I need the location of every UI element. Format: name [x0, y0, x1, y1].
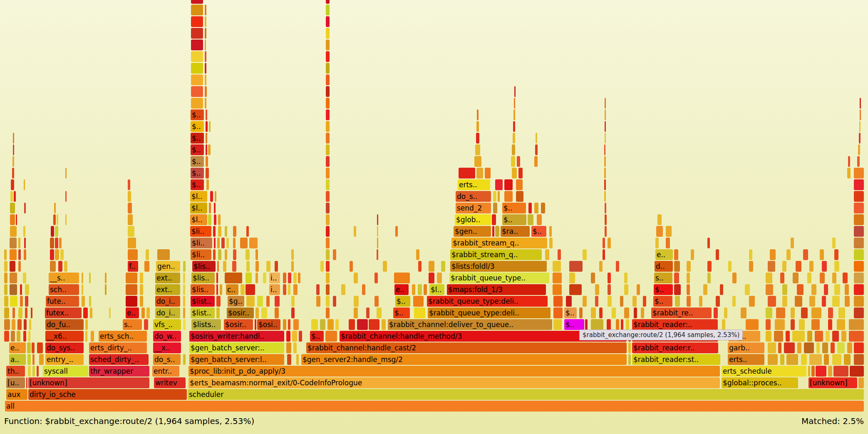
flame-frame-sliver[interactable]	[492, 226, 494, 237]
flame-frame-sliver[interactable]	[128, 214, 133, 225]
flame-frame-sliver[interactable]	[12, 308, 15, 318]
flame-frame-sliver[interactable]	[255, 308, 259, 318]
flame-frame-sliver[interactable]	[599, 261, 603, 272]
flame-frame-sliver[interactable]	[128, 191, 131, 202]
flame-frame-sliver[interactable]	[854, 226, 864, 237]
flame-frame-sliver[interactable]	[26, 377, 27, 388]
flame-frame-sliver[interactable]	[605, 121, 606, 132]
flame-frame-sliver[interactable]	[820, 273, 825, 283]
flame-frame-sliver[interactable]	[191, 28, 203, 39]
flame-frame-sliver[interactable]	[605, 226, 607, 237]
flame-frame-sliver[interactable]	[604, 191, 606, 202]
flame-frame-sliver[interactable]	[612, 308, 616, 318]
flame-frame-sliver[interactable]	[534, 203, 538, 213]
flame-frame-sliver[interactable]	[333, 296, 336, 307]
flame-frame-sliver[interactable]	[534, 156, 538, 167]
flame-frame-sliver[interactable]	[516, 179, 523, 190]
flame-frame-sliver[interactable]	[583, 296, 587, 307]
flame-frame-sliver[interactable]	[126, 284, 137, 295]
flame-frame-sliver[interactable]	[687, 273, 690, 283]
flame-frame-sliver[interactable]	[826, 331, 830, 342]
flame-frame-sliver[interactable]	[288, 273, 291, 283]
flame-frame-sliver[interactable]	[218, 249, 221, 260]
flame-frame-sliver[interactable]	[732, 296, 736, 307]
flame-frame-sliver[interactable]	[275, 261, 278, 272]
flame-frame-sliver[interactable]	[326, 86, 330, 97]
flame-frame-sliver[interactable]	[728, 261, 732, 272]
flame-frame-sliver[interactable]	[25, 284, 29, 295]
flame-frame[interactable]: scheduler	[188, 389, 864, 400]
flame-frame-sliver[interactable]	[716, 249, 719, 260]
flame-frame-sliver[interactable]	[191, 5, 203, 15]
flame-frame-sliver[interactable]	[666, 238, 670, 248]
flame-frame-sliver[interactable]	[233, 238, 236, 248]
flame-frame-sliver[interactable]	[828, 308, 833, 318]
flame-frame-sliver[interactable]	[820, 249, 824, 260]
flame-frame[interactable]: vfs_..	[153, 319, 181, 330]
flame-frame-sliver[interactable]	[225, 273, 242, 283]
flame-frame-sliver[interactable]	[325, 331, 337, 342]
flame-frame-sliver[interactable]	[528, 214, 533, 225]
flame-frame-sliver[interactable]	[326, 5, 330, 15]
flame-frame-sliver[interactable]	[18, 261, 21, 272]
flame-frame-sliver[interactable]	[707, 238, 710, 248]
flame-frame-sliver[interactable]	[293, 342, 297, 353]
flame-frame-sliver[interactable]	[791, 308, 795, 318]
flame-frame-sliver[interactable]	[801, 354, 807, 365]
flame-frame-sliver[interactable]	[513, 109, 515, 120]
flame-frame-sliver[interactable]	[55, 249, 59, 260]
flame-frame[interactable]: s..	[123, 319, 142, 330]
flame-frame-sliver[interactable]	[89, 273, 91, 283]
flame-frame-sliver[interactable]	[326, 144, 330, 155]
flame-frame-sliver[interactable]	[691, 249, 694, 260]
flame-frame-sliver[interactable]	[85, 331, 87, 342]
flame-frame-sliver[interactable]	[25, 296, 28, 307]
flame-frame-sliver[interactable]	[191, 86, 203, 97]
flame-frame-sliver[interactable]	[4, 273, 7, 283]
flame-frame[interactable]: send_2	[456, 203, 491, 213]
flame-frame-sliver[interactable]	[766, 331, 771, 342]
flame-frame[interactable]: futex..	[45, 308, 82, 318]
flame-frame[interactable]: $..	[531, 226, 546, 237]
flame-frame-sliver[interactable]	[326, 121, 330, 132]
flame-frame-sliver[interactable]	[226, 238, 229, 248]
flame-frame-sliver[interactable]	[326, 238, 330, 248]
flame-frame-sliver[interactable]	[811, 308, 821, 318]
flame-frame-sliver[interactable]	[803, 249, 808, 260]
flame-frame[interactable]: $gen..	[454, 226, 491, 237]
flame-frame-sliver[interactable]	[32, 354, 35, 365]
flame-frame-sliver[interactable]	[140, 296, 143, 307]
flame-frame-sliver[interactable]	[369, 319, 379, 330]
flame-frame-sliver[interactable]	[205, 5, 206, 15]
flame-frame-sliver[interactable]	[20, 296, 23, 307]
flame-frame-sliver[interactable]	[326, 308, 330, 318]
flame-frame-sliver[interactable]	[286, 331, 290, 342]
flame-frame-sliver[interactable]	[205, 16, 206, 27]
flame-frame[interactable]: $rabbit_stream_q..	[451, 238, 547, 248]
flame-frame-sliver[interactable]	[25, 308, 27, 318]
flame-frame-sliver[interactable]	[512, 144, 515, 155]
flame-frame-sliver[interactable]	[4, 296, 8, 307]
flame-frame[interactable]: $osi..	[257, 319, 280, 330]
flame-frame-sliver[interactable]	[514, 98, 515, 109]
flame-frame-sliver[interactable]	[822, 342, 828, 353]
flame-frame-sliver[interactable]	[822, 296, 826, 307]
flame-frame-sliver[interactable]	[205, 63, 206, 74]
flame-frame-sliver[interactable]	[382, 319, 386, 330]
flame-frame-sliver[interactable]	[326, 168, 330, 179]
flame-frame-sliver[interactable]	[504, 191, 513, 202]
flame-frame-sliver[interactable]	[50, 261, 56, 272]
flame-frame[interactable]: ext..	[155, 284, 180, 295]
flame-frame-sliver[interactable]	[13, 144, 14, 155]
flame-frame[interactable]: thr_wrapper	[89, 366, 149, 377]
flame-frame-sliver[interactable]	[641, 308, 644, 318]
flame-frame-sliver[interactable]	[607, 319, 611, 330]
flame-frame-sliver[interactable]	[796, 261, 801, 272]
flame-frame-sliver[interactable]	[28, 366, 31, 377]
flame-frame-sliver[interactable]	[831, 342, 835, 353]
flame-frame-sliver[interactable]	[283, 284, 286, 295]
flame-frame-sliver[interactable]	[326, 109, 330, 120]
flame-frame[interactable]: $rabbit_channel:deliver_to_queue..	[388, 319, 552, 330]
flame-frame-sliver[interactable]	[326, 133, 330, 144]
flame-frame-sliver[interactable]	[326, 16, 330, 27]
